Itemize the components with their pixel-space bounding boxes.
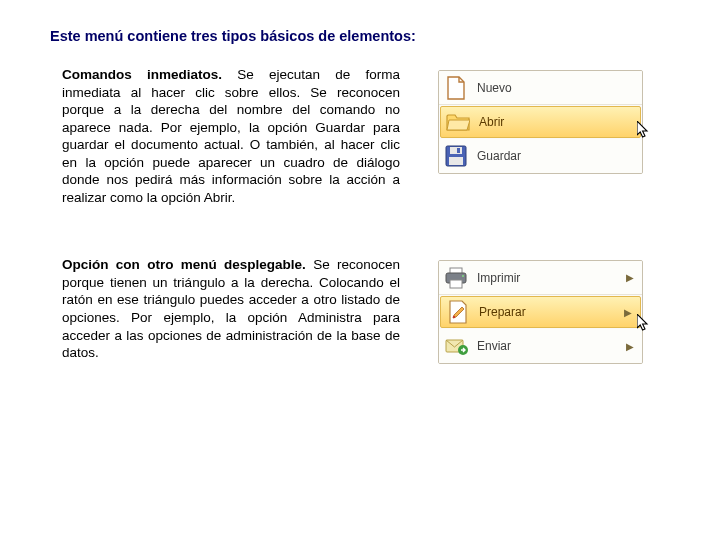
svg-rect-2 (457, 148, 460, 153)
menu-item-guardar[interactable]: Guardar (439, 139, 642, 173)
section1-body: Se ejecutan de forma inmediata al hacer … (62, 67, 400, 205)
section2-bold: Opción con otro menú desplegable. (62, 257, 306, 272)
page-title: Este menú contiene tres tipos básicos de… (50, 28, 684, 44)
menu-item-label: Abrir (479, 115, 634, 129)
svg-point-7 (462, 275, 464, 277)
svg-rect-3 (449, 157, 463, 165)
section-comandos: Comandos inmediatos. Se ejecutan de form… (50, 66, 684, 206)
menu-item-enviar[interactable]: Enviar▶ (439, 329, 642, 363)
save-icon (443, 143, 469, 169)
send-icon (443, 333, 469, 359)
submenu-arrow-icon: ▶ (626, 341, 636, 352)
section-desplegable: Opción con otro menú desplegable. Se rec… (50, 256, 684, 364)
section1-bold: Comandos inmediatos. (62, 67, 222, 82)
svg-point-8 (453, 316, 455, 318)
new-doc-icon (443, 75, 469, 101)
section1-text: Comandos inmediatos. Se ejecutan de form… (50, 66, 400, 206)
svg-rect-6 (450, 280, 462, 288)
menu-item-label: Nuevo (477, 81, 636, 95)
svg-rect-1 (450, 147, 462, 154)
section2-text: Opción con otro menú desplegable. Se rec… (50, 256, 400, 361)
section2-body: Se reconocen porque tienen un triángulo … (62, 257, 400, 360)
menu1-container: NuevoAbrirGuardar (438, 66, 643, 174)
printer-icon (443, 265, 469, 291)
menu-item-imprimir[interactable]: Imprimir▶ (439, 261, 642, 295)
menu-item-nuevo[interactable]: Nuevo (439, 71, 642, 105)
menu-item-label: Guardar (477, 149, 636, 163)
menu-item-abrir[interactable]: Abrir (440, 106, 641, 138)
menu1: NuevoAbrirGuardar (438, 70, 643, 174)
menu-item-label: Imprimir (477, 271, 618, 285)
menu2: Imprimir▶Preparar▶Enviar▶ (438, 260, 643, 364)
submenu-arrow-icon: ▶ (624, 307, 634, 318)
menu2-container: Imprimir▶Preparar▶Enviar▶ (438, 256, 643, 364)
prepare-icon (445, 299, 471, 325)
menu-item-preparar[interactable]: Preparar▶ (440, 296, 641, 328)
folder-icon (445, 109, 471, 135)
submenu-arrow-icon: ▶ (626, 272, 636, 283)
menu-item-label: Enviar (477, 339, 618, 353)
menu-item-label: Preparar (479, 305, 616, 319)
